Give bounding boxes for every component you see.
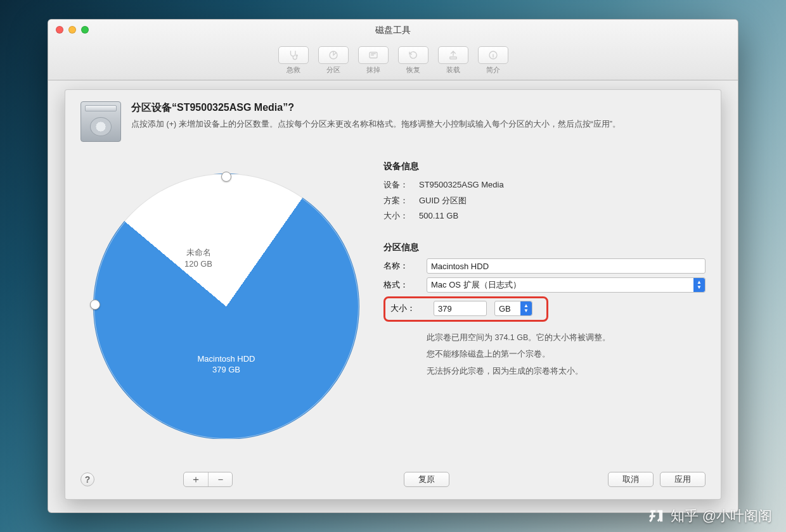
- pie-slice-size: 120 GB: [184, 259, 212, 269]
- device-info-title: 设备信息: [383, 161, 705, 172]
- partition-format-popup[interactable]: Mac OS 扩展（日志式） ▲▼: [427, 277, 705, 293]
- pie-slice-size: 379 GB: [212, 365, 240, 374]
- partition-size-highlight: 大小 GB ▲▼: [383, 296, 548, 322]
- titlebar: 磁盘工具 急救 分区 抹掉: [48, 20, 738, 80]
- svg-point-0: [296, 55, 297, 56]
- toolbar: 急救 分区 抹掉 恢复: [48, 46, 738, 75]
- hard-disk-icon: [81, 101, 121, 142]
- apply-button[interactable]: 应用: [660, 472, 705, 487]
- note-line: 无法拆分此宗卷，因为生成的宗卷将太小。: [427, 363, 705, 379]
- sheet-description: 点按添加 (+) 来增加设备上的分区数量。点按每个分区来更改名称和格式。拖移调整…: [131, 118, 621, 130]
- mount-icon: [438, 46, 468, 64]
- add-remove-segment: ＋ －: [183, 472, 233, 487]
- pie-slice-macintosh[interactable]: Macintosh HDD 379 GB: [169, 353, 283, 376]
- pie-resize-handle[interactable]: [90, 300, 100, 310]
- toolbar-restore[interactable]: 恢复: [396, 46, 430, 75]
- pie-icon: [318, 46, 349, 64]
- sheet-title: 分区设备“ST9500325ASG Media”?: [131, 101, 621, 115]
- cancel-button[interactable]: 取消: [608, 472, 654, 487]
- info-panel: 设备信息 设备ST9500325ASG Media 方案GUID 分区图 大小5…: [383, 148, 705, 465]
- total-size-label: 大小: [383, 208, 419, 224]
- toolbar-label: 简介: [486, 65, 500, 75]
- chevron-up-down-icon: ▲▼: [520, 301, 532, 315]
- erase-icon: [358, 46, 389, 64]
- scheme-label: 方案: [383, 193, 419, 209]
- partition-size-input[interactable]: [434, 301, 487, 316]
- partition-name-input[interactable]: [427, 258, 705, 274]
- pie-resize-handle[interactable]: [221, 172, 231, 182]
- restore-icon: [398, 46, 428, 64]
- name-label: 名称: [383, 260, 419, 272]
- device-value: ST9500325ASG Media: [419, 177, 705, 193]
- note-line: 您不能移除磁盘上的第一个宗卷。: [427, 346, 705, 362]
- help-button[interactable]: ?: [81, 472, 94, 486]
- partition-size-unit-popup[interactable]: GB ▲▼: [494, 301, 532, 316]
- size-label: 大小: [390, 303, 426, 314]
- toolbar-label: 分区: [326, 65, 340, 75]
- add-partition-button[interactable]: ＋: [184, 472, 208, 486]
- toolbar-mount[interactable]: 装载: [435, 46, 470, 75]
- partition-notes: 此宗卷已用空间为 374.1 GB。它的大小将被调整。 您不能移除磁盘上的第一个…: [427, 329, 705, 379]
- note-line: 此宗卷已用空间为 374.1 GB。它的大小将被调整。: [427, 329, 705, 346]
- disk-utility-window: 磁盘工具 急救 分区 抹掉: [48, 19, 738, 513]
- remove-partition-button[interactable]: －: [208, 472, 232, 486]
- chevron-up-down-icon: ▲▼: [693, 278, 705, 292]
- toolbar-label: 恢复: [406, 65, 420, 75]
- window-title: 磁盘工具: [48, 25, 738, 36]
- toolbar-erase[interactable]: 抹掉: [356, 46, 390, 75]
- format-label: 格式: [383, 279, 419, 291]
- partition-pie-chart[interactable]: 未命名 120 GB Macintosh HDD 379 GB: [93, 174, 359, 440]
- format-value: Mac OS 扩展（日志式）: [431, 279, 521, 291]
- toolbar-label: 抹掉: [366, 65, 380, 75]
- pie-slice-unnamed[interactable]: 未命名 120 GB: [160, 247, 236, 269]
- toolbar-partition[interactable]: 分区: [316, 46, 351, 75]
- partition-info-title: 分区信息: [383, 242, 705, 253]
- pie-slice-name: Macintosh HDD: [197, 354, 255, 364]
- partition-pie-area: 未命名 120 GB Macintosh HDD 379 GB: [81, 148, 372, 465]
- toolbar-first-aid[interactable]: 急救: [276, 46, 311, 75]
- svg-rect-3: [449, 57, 456, 59]
- toolbar-info[interactable]: 简介: [475, 46, 510, 75]
- scheme-value: GUID 分区图: [419, 193, 705, 209]
- sheet-header: 分区设备“ST9500325ASG Media”? 点按添加 (+) 来增加设备…: [81, 101, 705, 142]
- total-size-value: 500.11 GB: [419, 208, 705, 224]
- toolbar-label: 急救: [287, 65, 300, 75]
- pie-slice-name: 未命名: [186, 248, 211, 257]
- partition-sheet: 分区设备“ST9500325ASG Media”? 点按添加 (+) 来增加设备…: [65, 89, 721, 500]
- revert-button[interactable]: 复原: [404, 472, 449, 487]
- sheet-footer: ? ＋ － 复原 取消 应用: [81, 465, 705, 490]
- device-label: 设备: [383, 177, 419, 193]
- info-icon: [478, 46, 508, 64]
- toolbar-label: 装载: [446, 65, 460, 75]
- stethoscope-icon: [278, 46, 309, 64]
- size-unit-value: GB: [499, 304, 511, 314]
